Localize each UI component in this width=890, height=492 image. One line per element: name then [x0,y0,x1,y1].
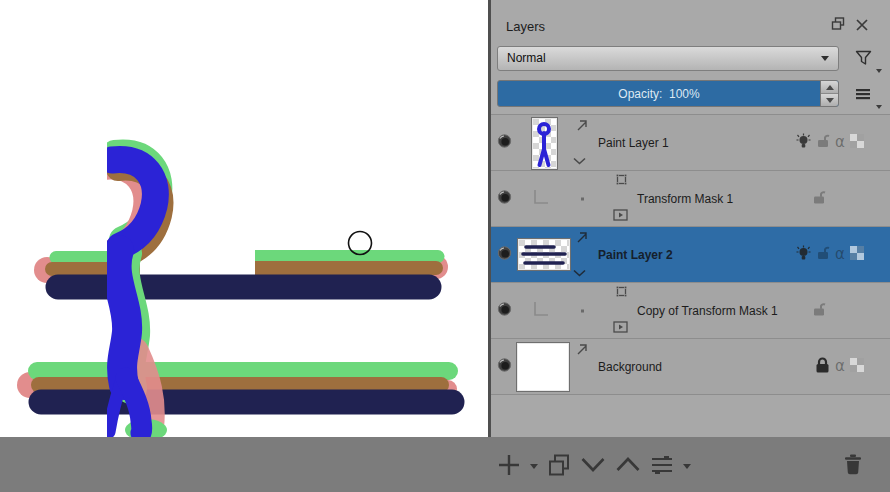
alpha-lock-icon[interactable]: α [835,136,845,149]
chevron-down-icon[interactable] [572,263,587,281]
layer-thumbnail[interactable] [517,343,569,391]
animation-play-icon[interactable] [613,319,628,337]
layer-row-paint-layer-2[interactable]: Paint Layer 2 α [491,227,890,283]
close-docker-icon[interactable] [856,17,868,35]
canvas-area[interactable] [0,0,491,437]
layer-list-empty-area [491,395,890,437]
delete-layer-button[interactable] [844,454,862,475]
lock-open-icon[interactable] [816,133,830,152]
lightbulb-icon[interactable] [796,133,811,153]
layer-name[interactable]: Transform Mask 1 [637,192,733,206]
opacity-decrease-button[interactable] [821,94,838,106]
layer-actions-bar [0,437,890,492]
lightbulb-icon[interactable] [796,245,811,265]
triangle-up-icon [826,85,834,90]
add-layer-dropdown-arrow[interactable] [530,464,538,469]
duplicate-layer-button[interactable] [547,453,571,477]
visibility-eye-icon[interactable] [496,301,513,320]
docker-titlebar[interactable]: Layers [491,0,890,38]
visibility-eye-icon[interactable] [496,133,513,152]
alpha-lock-icon[interactable]: α [835,248,845,261]
properties-dropdown-arrow[interactable] [683,464,691,469]
layer-thumbnail[interactable] [518,239,570,270]
alpha-lock-icon[interactable]: α [835,360,845,373]
mask-thumbnail-dot [581,197,584,200]
chevron-down-icon [876,105,882,109]
sliders-icon [650,454,674,476]
opacity-slider[interactable]: Opacity: 100% [497,80,839,107]
transform-mask-icon [615,284,628,302]
blend-mode-dropdown[interactable]: Normal [497,46,839,71]
inherit-alpha-checker-icon[interactable] [850,246,864,264]
add-layer-button[interactable] [497,453,521,477]
lock-open-icon[interactable] [812,301,826,320]
visibility-eye-icon[interactable] [496,245,513,264]
stroke-blue-body [117,250,128,385]
corner-arrow-icon [575,229,588,247]
corner-arrow-icon [575,341,588,359]
lock-open-icon[interactable] [816,245,830,264]
funnel-icon [855,50,872,66]
layers-docker: Layers Normal [491,0,890,437]
layer-thumbnail[interactable] [532,118,557,169]
visibility-eye-icon[interactable] [496,357,513,376]
animation-play-icon[interactable] [613,207,628,225]
lock-open-icon[interactable] [812,189,826,208]
mask-thumbnail-dot [581,309,584,312]
child-indent-icon [533,301,549,321]
layer-name[interactable]: Paint Layer 1 [598,136,669,150]
layer-row-copy-of-transform-mask-1[interactable]: Copy of Transform Mask 1 [491,283,890,339]
layer-name[interactable]: Paint Layer 2 [598,248,673,262]
lock-closed-icon[interactable] [815,357,830,377]
docker-menu-button[interactable] [850,81,876,107]
plus-icon [497,453,521,477]
chevron-down-icon[interactable] [572,151,587,169]
layer-row-background[interactable]: Background α [491,339,890,395]
move-layer-up-button[interactable] [615,456,641,473]
duplicate-icon [547,453,571,477]
layer-properties-button[interactable] [650,454,674,476]
layer-list: Paint Layer 1 α [491,114,890,437]
layer-row-paint-layer-1[interactable]: Paint Layer 1 α [491,115,890,171]
chevron-down-icon [876,69,882,73]
chevron-down-icon [580,456,606,473]
chevron-up-icon [615,456,641,473]
move-layer-down-button[interactable] [580,456,606,473]
transform-mask-icon [615,172,628,190]
triangle-down-icon [826,98,834,103]
visibility-eye-icon[interactable] [496,189,513,208]
krita-window: Layers Normal [0,0,890,492]
layer-name[interactable]: Background [598,360,662,374]
inherit-alpha-checker-icon[interactable] [850,358,864,376]
blend-mode-value: Normal [507,51,546,65]
trash-icon [844,454,862,475]
filter-layers-button[interactable] [850,45,876,71]
docker-title: Layers [506,19,545,34]
main-area: Layers Normal [0,0,890,437]
inherit-alpha-checker-icon[interactable] [850,134,864,152]
child-indent-icon [533,189,549,209]
opacity-value: Opacity: 100% [498,81,820,106]
opacity-increase-button[interactable] [821,81,838,94]
stroke-brown-band [255,261,443,275]
chevron-down-icon [821,56,829,61]
float-docker-icon[interactable] [831,17,846,35]
layer-row-transform-mask-1[interactable]: Transform Mask 1 [491,171,890,227]
layer-name[interactable]: Copy of Transform Mask 1 [637,304,778,318]
hamburger-icon [855,88,871,100]
corner-arrow-icon [575,117,588,135]
canvas-drawing [0,0,488,437]
